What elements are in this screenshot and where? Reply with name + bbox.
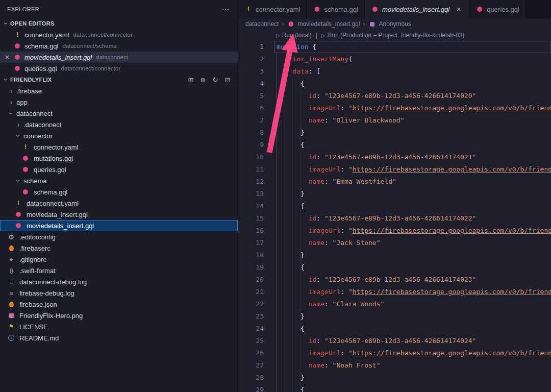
line-content: } <box>274 127 551 139</box>
file-.gitignore[interactable]: .gitignore <box>0 254 238 265</box>
file-name: queries.gql <box>34 166 66 174</box>
folder-.dataconnect[interactable]: ›.dataconnect <box>0 119 238 130</box>
file-.firebaserc[interactable]: .firebaserc <box>0 242 238 254</box>
code-line-1[interactable]: 1mutation { <box>238 41 551 53</box>
collapse-all-icon[interactable]: ⊟ <box>223 76 232 84</box>
breadcrumb-item-Anonymous[interactable]: Anonymous <box>368 20 411 28</box>
code-line-2[interactable]: 2 actor_insertMany( <box>238 53 551 65</box>
tab-moviedetails_insert.gql[interactable]: moviedetails_insert.gql× <box>365 0 469 18</box>
folder-schema[interactable]: ›schema <box>0 175 238 186</box>
code-line-15[interactable]: 15 id: "123e4567-e89b-12d3-a456-42661417… <box>238 212 551 225</box>
code-line-27[interactable]: 27 name: "Noah Frost" <box>238 359 551 372</box>
more-actions-icon[interactable]: ⋯ <box>222 5 230 14</box>
code-line-16[interactable]: 16 imageUrl: "https://firebasestorage.go… <box>238 225 551 237</box>
line-content: mutation { <box>274 41 551 53</box>
line-content: { <box>274 261 551 274</box>
file-moviedetails_insert.gql[interactable]: moviedetails_insert.gql <box>0 220 238 231</box>
code-line-7[interactable]: 7 name: "Oliver Blackwood" <box>238 114 551 127</box>
code-line-10[interactable]: 10 id: "123e4567-e89b-12d3-a456-42661417… <box>238 151 551 163</box>
yaml-file-icon <box>244 5 253 13</box>
line-number: 22 <box>238 298 264 310</box>
fire-file-icon <box>7 244 15 252</box>
code-line-18[interactable]: 18 } <box>238 249 551 261</box>
file-moviedata_insert.gql[interactable]: moviedata_insert.gql <box>0 209 238 220</box>
code-line-11[interactable]: 11 imageUrl: "https://firebasestorage.go… <box>238 163 551 176</box>
breadcrumb-item-moviedetails_insert.gql[interactable]: moviedetails_insert.gql <box>287 20 360 28</box>
folder-.firebase[interactable]: ›.firebase <box>0 85 238 96</box>
code-line-20[interactable]: 20 id: "123e4567-e89b-12d3-a456-42661417… <box>238 274 551 286</box>
tab-queries.gql[interactable]: queries.gql <box>469 0 526 18</box>
code-line-25[interactable]: 25 id: "123e4567-e89b-12d3-a456-42661417… <box>238 335 551 347</box>
code-line-14[interactable]: 14 { <box>238 200 551 212</box>
run-local-link[interactable]: ▷ Run (local) <box>276 32 312 39</box>
line-content: imageUrl: "https://firebasestorage.googl… <box>274 102 551 114</box>
file-name: moviedetails_insert.gql <box>27 222 94 230</box>
file-firebase-debug.log[interactable]: firebase-debug.log <box>0 287 238 299</box>
code-line-28[interactable]: 28 } <box>238 372 551 384</box>
code-line-19[interactable]: 19 { <box>238 261 551 274</box>
graphql-file-icon <box>371 5 379 13</box>
folder-app[interactable]: ›app <box>0 96 238 108</box>
code-line-24[interactable]: 24 { <box>238 323 551 335</box>
new-folder-icon[interactable]: ⊕ <box>199 76 207 84</box>
code-line-17[interactable]: 17 name: "Jack Stone" <box>238 237 551 249</box>
code-line-23[interactable]: 23 } <box>238 310 551 323</box>
file-README.md[interactable]: README.md <box>0 332 238 344</box>
close-icon[interactable]: × <box>455 5 463 13</box>
file-dataconnect-debug.log[interactable]: dataconnect-debug.log <box>0 276 238 287</box>
code-editor[interactable]: 1mutation {2 actor_insertMany(3 data: [4… <box>238 41 551 392</box>
tab-schema.gql[interactable]: schema.gql <box>307 0 364 18</box>
editor-area: connector.yamlschema.gqlmoviedetails_ins… <box>238 0 551 392</box>
codelens: ▷ Run (local) | ▷ Run (Production – Proj… <box>238 30 551 41</box>
open-editor-connector.yaml[interactable]: connector.yamldataconnect/connector <box>0 29 238 40</box>
close-icon[interactable]: × <box>3 53 11 61</box>
line-number: 4 <box>238 78 264 90</box>
folder-name: dataconnect <box>16 110 53 117</box>
open-editor-moviedetails_insert.gql[interactable]: ×moviedetails_insert.gqldataconnect <box>0 52 238 63</box>
code-line-13[interactable]: 13 } <box>238 188 551 200</box>
code-line-21[interactable]: 21 imageUrl: "https://firebasestorage.go… <box>238 286 551 298</box>
code-line-3[interactable]: 3 data: [ <box>238 65 551 78</box>
tab-connector.yaml[interactable]: connector.yaml <box>238 0 307 18</box>
new-file-icon[interactable]: ⊞ <box>187 76 195 84</box>
code-line-22[interactable]: 22 name: "Clara Woods" <box>238 298 551 310</box>
workspace-label: FRIENDLYFLIX <box>10 77 52 83</box>
file-name: .gitignore <box>19 256 46 263</box>
graphql-file-icon <box>14 222 22 230</box>
open-editor-queries.gql[interactable]: queries.gqldataconnect/connector <box>0 63 238 74</box>
code-line-4[interactable]: 4 { <box>238 78 551 90</box>
breadcrumb-item-dataconnect[interactable]: dataconnect <box>245 20 279 28</box>
file-connector.yaml[interactable]: connector.yaml <box>0 141 238 153</box>
file-.editorconfig[interactable]: .editorconfig <box>0 231 238 242</box>
folder-dataconnect[interactable]: ›dataconnect <box>0 108 238 119</box>
code-line-8[interactable]: 8 } <box>238 127 551 139</box>
code-line-9[interactable]: 9 { <box>238 139 551 151</box>
chevron-right-icon: › <box>7 99 15 106</box>
file-firebase.json[interactable]: firebase.json <box>0 299 238 310</box>
workspace-header[interactable]: › FRIENDLYFLIX ⊞⊕↻⊟ <box>0 74 238 85</box>
refresh-icon[interactable]: ↻ <box>211 76 219 84</box>
line-content: id: "123e4567-e89b-12d3-a456-42661417402… <box>274 212 551 225</box>
graphql-file-icon <box>13 53 21 61</box>
file-FriendlyFlix-Hero.png[interactable]: FriendlyFlix-Hero.png <box>0 310 238 321</box>
graphql-file-icon <box>287 20 295 28</box>
log-file-icon <box>7 278 15 286</box>
file-dataconnect.yaml[interactable]: dataconnect.yaml <box>0 198 238 209</box>
folder-name: app <box>16 99 28 106</box>
file-.swift-format[interactable]: .swift-format <box>0 265 238 276</box>
line-content: imageUrl: "https://firebasestorage.googl… <box>274 286 551 298</box>
folder-connector[interactable]: ›connector <box>0 130 238 141</box>
code-line-5[interactable]: 5 id: "123e4567-e89b-12d3-a456-426614174… <box>238 90 551 102</box>
code-line-29[interactable]: 29 { <box>238 384 551 392</box>
run-production-link[interactable]: ▷ Run (Production – Project: friendly-fl… <box>321 32 465 39</box>
code-line-12[interactable]: 12 name: "Emma Westfield" <box>238 176 551 188</box>
open-editors-header[interactable]: › OPEN EDITORS <box>0 18 238 29</box>
file-mutations.gql[interactable]: mutations.gql <box>0 153 238 164</box>
file-path: dataconnect/connector <box>61 65 120 71</box>
code-line-26[interactable]: 26 imageUrl: "https://firebasestorage.go… <box>238 347 551 359</box>
file-LICENSE[interactable]: LICENSE <box>0 321 238 332</box>
file-schema.gql[interactable]: schema.gql <box>0 186 238 198</box>
code-line-6[interactable]: 6 imageUrl: "https://firebasestorage.goo… <box>238 102 551 114</box>
file-queries.gql[interactable]: queries.gql <box>0 164 238 175</box>
open-editor-schema.gql[interactable]: schema.gqldataconnect/schema <box>0 40 238 52</box>
